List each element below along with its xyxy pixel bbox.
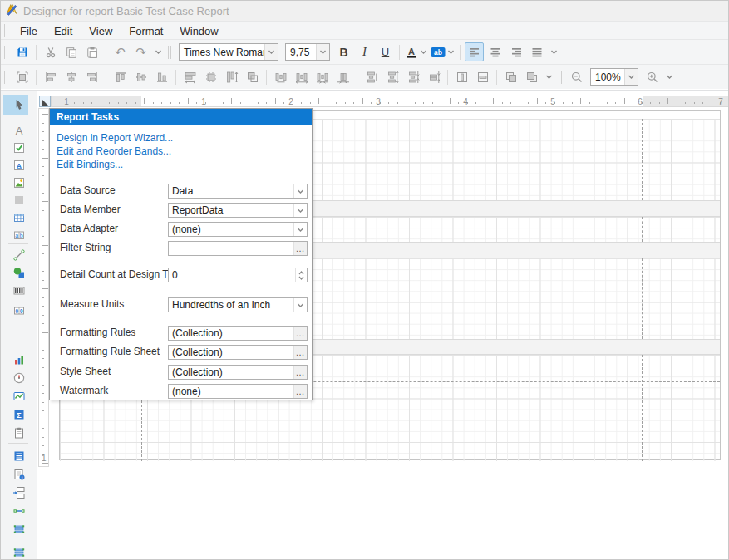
menu-format[interactable]: Format (121, 23, 171, 39)
toolbox-item-cross-band-line[interactable] (12, 504, 26, 518)
remove-horizontal-spacing-button[interactable] (333, 67, 352, 86)
toolbox-item-page-break[interactable] (12, 486, 26, 499)
decrease-horizontal-spacing-button[interactable] (313, 67, 332, 86)
detail-count-field[interactable]: 0 (168, 268, 308, 282)
ellipsis-button[interactable]: … (293, 346, 307, 359)
make-same-size-button[interactable] (243, 67, 262, 86)
redo-button[interactable]: ↷ (131, 42, 150, 61)
spinner-buttons[interactable] (295, 268, 307, 282)
bold-button[interactable]: B (334, 42, 353, 61)
toolbox-item-check-box[interactable] (12, 141, 26, 155)
cut-button[interactable] (41, 42, 60, 61)
measure-units-field[interactable]: Hundredths of an Inch (168, 297, 308, 312)
zoom-level-combo[interactable]: 100% (590, 68, 638, 86)
toolbox-item-pointer[interactable] (12, 98, 26, 111)
chevron-down-icon[interactable] (293, 204, 307, 217)
make-same-width-button[interactable] (180, 67, 199, 86)
equal-vertical-spacing-button[interactable] (362, 67, 381, 86)
toolbox-item-more[interactable] (12, 546, 26, 559)
toolbox-item-sparkline[interactable] (12, 390, 26, 403)
chevron-down-icon[interactable] (420, 48, 427, 56)
size-to-grid-button[interactable] (201, 67, 220, 86)
ellipsis-button[interactable]: … (293, 242, 307, 255)
toolbox-item-bar-code[interactable] (12, 284, 26, 297)
menu-window[interactable]: Window (171, 23, 226, 39)
toolbox-item-line[interactable] (12, 248, 26, 262)
align-to-grid-button[interactable] (12, 67, 32, 86)
filter-string-field[interactable]: … (168, 241, 308, 256)
toolbox-item-gauge[interactable] (12, 371, 26, 385)
order-options-button[interactable] (543, 67, 554, 86)
toolbox-item-page-info[interactable] (12, 426, 26, 440)
toolbox-item-shape[interactable] (12, 266, 26, 279)
toolbox-item-table-of-contents[interactable] (12, 449, 26, 463)
align-middles-button[interactable] (131, 67, 150, 86)
save-button[interactable] (12, 42, 32, 61)
align-right-button[interactable] (506, 42, 525, 61)
make-same-height-button[interactable] (222, 67, 241, 86)
remove-vertical-spacing-button[interactable] (424, 67, 443, 86)
font-size-combo[interactable]: 9,75 (285, 43, 330, 61)
menu-view[interactable]: View (81, 23, 121, 39)
bring-to-front-button[interactable] (501, 67, 520, 86)
undo-redo-options-button[interactable] (152, 42, 164, 61)
toolbox-item-pivot-grid[interactable]: Σ (12, 408, 26, 421)
center-horizontally-button[interactable] (452, 67, 471, 86)
chevron-down-icon[interactable] (293, 298, 307, 312)
align-rights-button[interactable] (82, 67, 101, 86)
align-centers-button[interactable] (62, 67, 81, 86)
report-task-link-3[interactable]: Edit Bindings... (57, 159, 123, 170)
chevron-down-icon[interactable] (316, 44, 329, 60)
equal-horizontal-spacing-button[interactable] (271, 67, 290, 86)
align-center-button[interactable] (485, 42, 505, 61)
chevron-down-icon[interactable] (447, 48, 455, 56)
formatting-rule-sheet-field[interactable]: (Collection)… (168, 345, 308, 360)
copy-button[interactable] (62, 42, 81, 61)
ellipsis-button[interactable]: … (293, 327, 307, 340)
chevron-down-icon[interactable] (264, 44, 278, 60)
toolbox-item-zip-code[interactable]: 00 (12, 304, 26, 317)
align-tops-button[interactable] (111, 67, 130, 86)
align-justify-button[interactable] (527, 42, 546, 61)
menu-file[interactable]: File (12, 23, 46, 39)
italic-button[interactable]: I (355, 42, 374, 61)
zoom-out-button[interactable] (567, 67, 586, 86)
menu-edit[interactable]: Edit (46, 23, 81, 39)
data-source-field[interactable]: Data (168, 184, 308, 199)
paste-button[interactable] (82, 42, 101, 61)
data-member-field[interactable]: ReportData (168, 203, 308, 218)
toolbox-item-table[interactable] (12, 211, 26, 224)
increase-horizontal-spacing-button[interactable] (292, 67, 311, 86)
toolbox-item-subreport[interactable]: i (12, 468, 26, 481)
chevron-down-icon[interactable] (293, 223, 307, 236)
toolbox-item-label[interactable]: A (12, 124, 26, 137)
style-sheet-field[interactable]: (Collection)… (168, 365, 308, 380)
center-vertically-button[interactable] (473, 67, 492, 86)
design-surface[interactable]: 11234567 1 Report Tasks Design in Report… (37, 91, 728, 559)
align-left-button[interactable] (465, 42, 484, 61)
toolbox-item-rich-text[interactable]: A (12, 159, 26, 172)
toolbox-item-character-comb[interactable]: ab (12, 228, 26, 242)
ruler-corner-button[interactable] (39, 96, 51, 107)
zoom-options-button[interactable] (663, 67, 675, 86)
align-lefts-button[interactable] (41, 67, 60, 86)
highlight-color-button[interactable]: ab (430, 42, 456, 61)
chevron-down-icon[interactable] (293, 184, 307, 198)
align-bottoms-button[interactable] (152, 67, 171, 86)
send-to-back-button[interactable] (522, 67, 541, 86)
decrease-vertical-spacing-button[interactable] (403, 67, 422, 86)
toolbox-item-cross-band-box[interactable] (12, 523, 26, 536)
toolbox-item-picture-box[interactable] (12, 176, 26, 189)
toolbox-item-panel[interactable] (12, 194, 26, 207)
formatting-rules-field[interactable]: (Collection)… (168, 326, 308, 341)
underline-button[interactable]: U (376, 42, 395, 61)
ellipsis-button[interactable]: … (293, 385, 307, 398)
report-task-link-2[interactable]: Edit and Reorder Bands... (57, 145, 171, 157)
chevron-down-icon[interactable] (624, 69, 638, 85)
ellipsis-button[interactable]: … (293, 366, 307, 379)
undo-button[interactable]: ↶ (111, 42, 130, 61)
data-adapter-field[interactable]: (none) (168, 222, 308, 237)
watermark-field[interactable]: (none)… (168, 384, 308, 399)
align-options-button[interactable] (548, 42, 559, 61)
report-task-link-1[interactable]: Design in Report Wizard... (57, 132, 173, 144)
